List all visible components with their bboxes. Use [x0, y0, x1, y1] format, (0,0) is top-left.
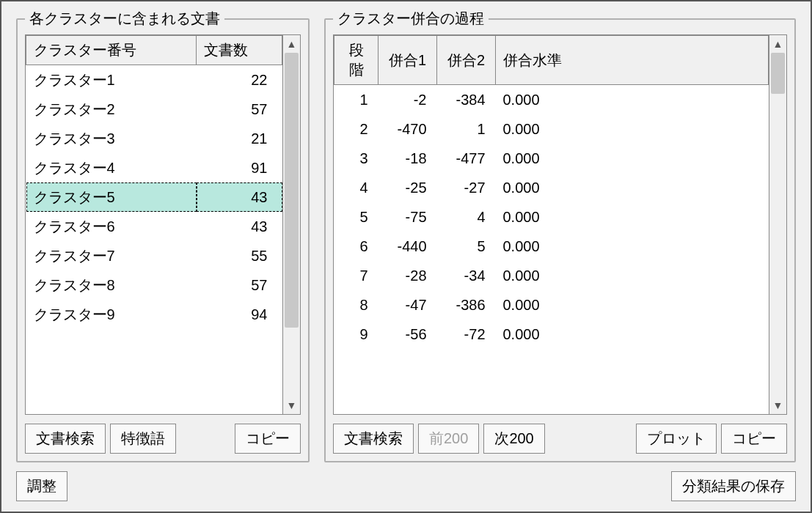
prev-200-button: 前200: [418, 424, 479, 454]
table-row[interactable]: 3-18-4770.000: [334, 144, 769, 173]
table-row[interactable]: クラスター643: [26, 212, 282, 241]
feature-words-button[interactable]: 特徴語: [110, 424, 176, 454]
merge-table: 段階 併合1 併合2 併合水準 1-2-3840.0002-47010.0003…: [334, 35, 769, 349]
table-row[interactable]: 2-47010.000: [334, 114, 769, 144]
merge1-cell: -28: [378, 261, 437, 290]
merge2-cell: -384: [437, 85, 496, 115]
save-results-button[interactable]: 分類結果の保存: [671, 471, 796, 501]
right-scroll-thumb[interactable]: [771, 53, 785, 94]
stage-cell: 1: [334, 85, 378, 115]
left-scrollbar[interactable]: ▲ ▼: [283, 34, 301, 415]
merge1-cell: -470: [378, 114, 437, 144]
doc-count-cell: 94: [197, 300, 282, 329]
cluster-name-cell: クラスター8: [26, 270, 197, 300]
table-row[interactable]: クラスター755: [26, 241, 282, 270]
stage-cell: 6: [334, 232, 378, 261]
table-row[interactable]: 6-44050.000: [334, 232, 769, 261]
plot-button[interactable]: プロット: [636, 424, 717, 454]
merge1-cell: -18: [378, 144, 437, 173]
col-doc-count[interactable]: 文書数: [197, 36, 282, 65]
table-row[interactable]: クラスター857: [26, 270, 282, 300]
clusters-table: クラスター番号 文書数 クラスター122クラスター257クラスター321クラスタ…: [26, 35, 282, 329]
merge2-cell: -477: [437, 144, 496, 173]
level-cell: 0.000: [496, 173, 769, 202]
left-table-scroll[interactable]: クラスター番号 文書数 クラスター122クラスター257クラスター321クラスタ…: [25, 34, 283, 415]
stage-cell: 2: [334, 114, 378, 144]
col-merge-level[interactable]: 併合水準: [496, 36, 769, 85]
stage-cell: 8: [334, 290, 378, 320]
cluster-name-cell: クラスター3: [26, 124, 197, 153]
right-table-wrap: 段階 併合1 併合2 併合水準 1-2-3840.0002-47010.0003…: [333, 34, 787, 415]
merge2-cell: -34: [437, 261, 496, 290]
table-row[interactable]: クラスター543: [26, 182, 282, 212]
cluster-name-cell: クラスター7: [26, 241, 197, 270]
cluster-name-cell: クラスター6: [26, 212, 197, 241]
merge2-cell: 1: [437, 114, 496, 144]
table-row[interactable]: クラスター994: [26, 300, 282, 329]
doc-count-cell: 43: [197, 182, 282, 212]
col-stage[interactable]: 段階: [334, 36, 378, 85]
next-200-button[interactable]: 次200: [483, 424, 544, 454]
left-table-wrap: クラスター番号 文書数 クラスター122クラスター257クラスター321クラスタ…: [25, 34, 301, 415]
table-row[interactable]: 8-47-3860.000: [334, 290, 769, 320]
spacer: [549, 424, 632, 454]
table-row[interactable]: 9-56-720.000: [334, 320, 769, 349]
cluster-name-cell: クラスター5: [26, 182, 197, 212]
merge-process-panel: クラスター併合の過程 段階 併合1 併合2 併合水準: [324, 9, 796, 462]
merge2-cell: -72: [437, 320, 496, 349]
left-scroll-track[interactable]: [283, 53, 300, 396]
table-row[interactable]: 4-25-270.000: [334, 173, 769, 202]
level-cell: 0.000: [496, 232, 769, 261]
scroll-up-icon[interactable]: ▲: [287, 35, 297, 53]
scroll-up-icon[interactable]: ▲: [773, 35, 783, 53]
copy-button-right[interactable]: コピー: [721, 424, 787, 454]
stage-cell: 3: [334, 144, 378, 173]
doc-search-button[interactable]: 文書検索: [25, 424, 106, 454]
adjust-button[interactable]: 調整: [16, 471, 67, 501]
level-cell: 0.000: [496, 320, 769, 349]
table-row[interactable]: 7-28-340.000: [334, 261, 769, 290]
doc-search-button-right[interactable]: 文書検索: [333, 424, 414, 454]
bottom-button-row: 調整 分類結果の保存: [16, 471, 796, 501]
level-cell: 0.000: [496, 114, 769, 144]
merge-process-title: クラスター併合の過程: [333, 9, 489, 29]
table-row[interactable]: クラスター257: [26, 95, 282, 124]
right-table-scroll[interactable]: 段階 併合1 併合2 併合水準 1-2-3840.0002-47010.0003…: [333, 34, 769, 415]
table-row[interactable]: 1-2-3840.000: [334, 85, 769, 115]
col-cluster-number[interactable]: クラスター番号: [26, 36, 197, 65]
merge1-cell: -25: [378, 173, 437, 202]
level-cell: 0.000: [496, 144, 769, 173]
clusters-documents-panel: 各クラスターに含まれる文書 クラスター番号 文書数 クラスター122クラスター2…: [16, 9, 310, 462]
left-scroll-thumb[interactable]: [285, 53, 299, 328]
cluster-name-cell: クラスター1: [26, 65, 197, 95]
cluster-name-cell: クラスター2: [26, 95, 197, 124]
right-scroll-track[interactable]: [769, 53, 786, 396]
level-cell: 0.000: [496, 85, 769, 115]
merge1-cell: -47: [378, 290, 437, 320]
right-scrollbar[interactable]: ▲ ▼: [769, 34, 787, 415]
merge2-cell: -386: [437, 290, 496, 320]
spacer: [180, 424, 230, 454]
col-merge1[interactable]: 併合1: [378, 36, 437, 85]
level-cell: 0.000: [496, 202, 769, 232]
doc-count-cell: 55: [197, 241, 282, 270]
spacer: [67, 471, 671, 501]
merge2-cell: 4: [437, 202, 496, 232]
stage-cell: 7: [334, 261, 378, 290]
table-row[interactable]: クラスター321: [26, 124, 282, 153]
scroll-down-icon[interactable]: ▼: [773, 396, 783, 414]
doc-count-cell: 22: [197, 65, 282, 95]
stage-cell: 4: [334, 173, 378, 202]
merge2-cell: -27: [437, 173, 496, 202]
right-button-row: 文書検索 前200 次200 プロット コピー: [333, 424, 787, 454]
copy-button-left[interactable]: コピー: [235, 424, 301, 454]
table-row[interactable]: クラスター122: [26, 65, 282, 95]
col-merge2[interactable]: 併合2: [437, 36, 496, 85]
merge1-cell: -440: [378, 232, 437, 261]
table-row[interactable]: 5-7540.000: [334, 202, 769, 232]
cluster-name-cell: クラスター9: [26, 300, 197, 329]
level-cell: 0.000: [496, 290, 769, 320]
table-row[interactable]: クラスター491: [26, 153, 282, 182]
scroll-down-icon[interactable]: ▼: [287, 396, 297, 414]
merge2-cell: 5: [437, 232, 496, 261]
